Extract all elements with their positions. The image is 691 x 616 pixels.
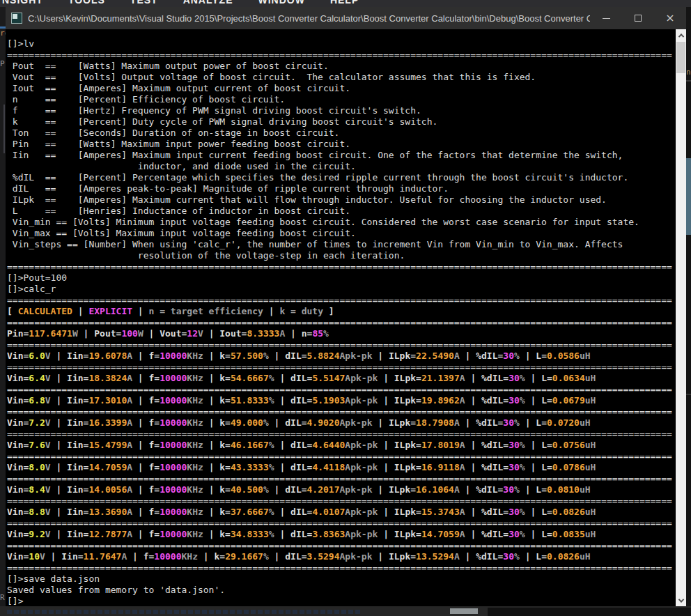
console-line-sep: ========================================… [7,429,676,440]
field-label: L= [541,395,552,406]
field-unit: Apk-pk [345,462,378,472]
field-unit: % [269,440,274,450]
console-app-icon-highlight [13,14,17,19]
field-label: dIL= [290,462,312,472]
field-label: ILpk= [394,507,421,517]
menu-item-window[interactable]: WINDOW [258,0,304,6]
ide-status-strip [0,606,691,616]
field-unit: % [269,395,274,406]
field-value: 11.7647 [84,551,122,562]
field-separator: | [465,440,481,450]
field-value: 15.4799 [88,440,127,450]
console-line-help: resolution of the voltage-step in each i… [7,250,676,261]
field-unit: uH [580,351,591,361]
field-value: 40.500 [231,484,263,495]
field-value: 10000 [160,395,187,406]
field-value: 0.0679 [552,395,585,406]
field-unit: KHz [187,373,203,383]
field-unit: uH [580,484,591,495]
field-label: k= [219,440,231,450]
field-separator: | [132,529,148,539]
field-value: 8.8 [29,507,45,517]
field-value: 19.6078 [88,351,127,361]
field-label: k= [219,529,231,539]
scroll-down-button[interactable] [676,594,686,606]
console-line-help: Iin == [Amperes] Maximum input current f… [7,150,676,161]
field-value: 18.7908 [416,417,454,428]
field-unit: V [45,440,51,450]
field-value: 30 [503,417,514,428]
menu-item-analyze[interactable]: ANALYZE [183,0,233,6]
field-value: 16.9118 [421,462,460,472]
field-unit: Apk-pk [340,351,373,361]
field-separator: | [132,351,148,361]
field-value: 6.4 [29,373,45,383]
field-value: 10000 [154,551,181,562]
minimize-button[interactable] [590,7,622,29]
field-unit: Apk-pk [345,373,378,383]
field-separator: | [525,395,541,406]
console-app-icon[interactable] [11,13,22,24]
menu-item-nsight[interactable]: NSIGHT [2,0,43,6]
console-line-fields: Vin=6.0V | Iin=19.6078A | f=10000KHz | k… [7,351,676,362]
field-unit: A [127,440,132,450]
menu-item-help[interactable]: HELP [330,0,359,6]
scroll-up-button[interactable] [676,29,686,41]
field-value: 37.6667 [231,507,269,517]
field-separator: | [203,351,219,361]
field-separator: | [378,373,394,383]
field-separator: | [132,507,148,517]
field-value: 7.6 [29,440,45,450]
legend-segment: | [72,306,88,316]
legend-segment: EXPLICIT [88,306,132,316]
field-separator: | [269,484,285,495]
field-separator: | [520,551,536,562]
console-line-sep: ========================================… [7,261,676,272]
field-unit: KHz [187,417,203,428]
field-separator: | [274,507,290,517]
menu-item-test[interactable]: TEST [130,0,158,6]
console-line-msg: Saved values from memory to 'data.json'. [7,585,676,596]
field-unit: A [454,351,460,361]
field-unit: % [520,395,525,406]
field-unit: % [269,529,274,539]
maximize-button[interactable] [622,7,654,29]
console-title-bar[interactable]: C:\Users\Kevin\Documents\Visual Studio 2… [6,7,686,29]
menu-item-tools[interactable]: TOOLS [68,0,105,6]
console-line-help: inductor, and diode used in the circuit. [7,161,676,172]
field-label: Vin= [7,507,29,517]
console-line-cmd: []>lv [7,38,676,49]
field-value: 9.2 [29,529,45,539]
field-value: 0.0826 [547,551,580,562]
console-line-cmd: []>Pout=100 [7,272,676,284]
field-unit: Apk-pk [345,395,378,406]
field-unit: A [127,351,132,361]
field-value: 13.3690 [88,507,127,517]
status-text-fragment [7,610,362,614]
field-unit: A [127,507,132,517]
field-separator: | [51,484,67,495]
scrollbar-thumb[interactable] [676,42,685,73]
legend-segment: n = target efficiency [149,306,263,316]
field-value: 10000 [160,529,187,539]
field-separator: | [520,351,536,361]
field-label: Vin= [7,529,29,539]
field-value: 6.8 [29,395,45,406]
field-label: k= [219,417,231,428]
field-separator: | [465,395,481,406]
field-separator: | [203,462,219,472]
close-button[interactable]: × [654,7,686,29]
field-value: 30 [503,484,514,495]
console-line-sep: ========================================… [7,473,676,484]
field-unit: % [263,484,269,495]
field-separator: | [274,373,290,383]
console-line-fields: Vin=8.0V | Iin=14.7059A | f=10000KHz | k… [7,462,676,473]
field-label: Vin= [7,551,29,562]
console-output[interactable]: []>lv===================================… [6,29,676,606]
field-unit: % [263,417,269,428]
field-separator: | [269,551,285,562]
vertical-scrollbar[interactable] [676,29,686,606]
console-line-help: f == [Hertz] Frequency of PWM signal dri… [7,105,676,116]
console-line-sep: ========================================… [7,384,676,395]
console-line-help: k == [Percent] Duty cycle of PWM signal … [7,116,676,128]
